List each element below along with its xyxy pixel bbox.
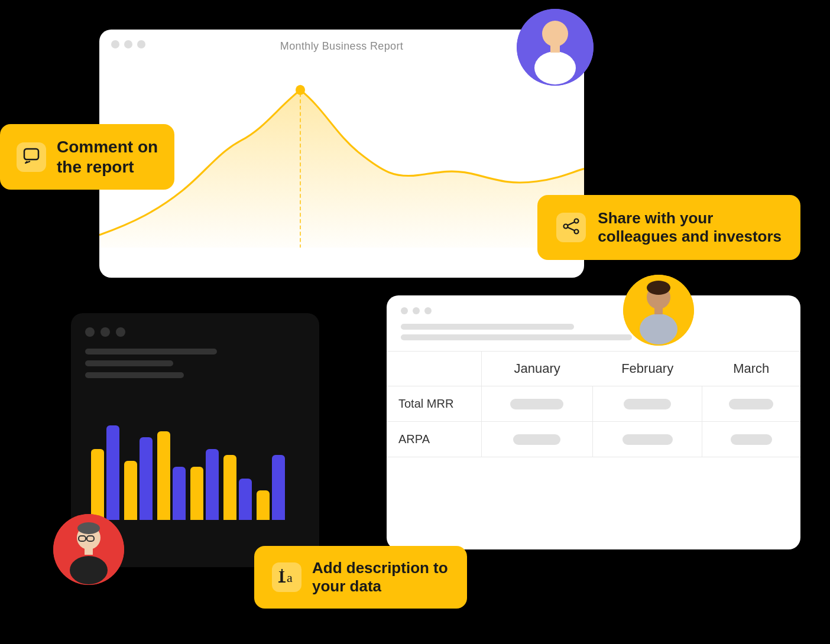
text-icon: I a xyxy=(277,567,296,588)
avatar-top-right xyxy=(517,9,594,86)
svg-point-20 xyxy=(575,230,579,234)
dark-dot-2 xyxy=(100,327,110,337)
bar-blue-3 xyxy=(173,467,186,520)
bar-yellow-6 xyxy=(257,490,270,520)
svg-point-2 xyxy=(534,51,576,84)
col-header-march: March xyxy=(702,352,800,386)
svg-point-14 xyxy=(70,556,108,584)
pill-wrap xyxy=(494,434,581,445)
pill-mrr-feb xyxy=(624,399,671,409)
pill-mrr-mar xyxy=(729,399,773,409)
bar-yellow-5 xyxy=(223,455,236,520)
svg-rect-17 xyxy=(24,149,38,160)
bar-blue-1 xyxy=(106,425,119,520)
bar-blue-4 xyxy=(206,449,219,520)
col-header-empty xyxy=(387,352,481,386)
svg-point-19 xyxy=(564,225,568,229)
table-row-mrr: Total MRR xyxy=(387,386,800,422)
pill-wrap xyxy=(605,434,690,445)
svg-point-6 xyxy=(647,281,670,295)
avatar-person-svg xyxy=(517,9,594,86)
comment-icon-wrap xyxy=(17,142,46,172)
pill-wrap xyxy=(605,399,690,409)
dark-line-2 xyxy=(85,360,173,366)
add-description-tooltip[interactable]: I a Add description toyour data xyxy=(254,546,467,609)
data-table: January February March Total MRR xyxy=(387,351,800,457)
table-card: January February March Total MRR xyxy=(387,295,800,549)
bar-yellow-2 xyxy=(124,461,137,520)
bar-group-4 xyxy=(190,449,219,520)
traffic-dot-1 xyxy=(111,40,119,48)
add-desc-icon-wrap: I a xyxy=(272,562,301,592)
cell-mrr-jan xyxy=(481,386,593,422)
dark-line-1 xyxy=(85,349,217,354)
avatar-man-svg xyxy=(53,514,124,585)
share-icon-wrap xyxy=(556,213,586,242)
table-card-header xyxy=(387,295,800,351)
row-label-arpa: ARPA xyxy=(387,422,481,457)
comment-tooltip[interactable]: Comment onthe report xyxy=(0,124,174,190)
pill-wrap xyxy=(714,399,789,409)
svg-point-16 xyxy=(77,522,100,534)
svg-rect-15 xyxy=(85,548,93,555)
report-card-title: Monthly Business Report xyxy=(99,40,584,53)
pill-arpa-mar xyxy=(731,434,772,445)
col-header-january: January xyxy=(481,352,593,386)
cell-arpa-feb xyxy=(593,422,702,457)
pill-mrr-jan xyxy=(510,399,563,409)
cell-arpa-jan xyxy=(481,422,593,457)
table-header-line-1 xyxy=(401,324,574,330)
bar-group-2 xyxy=(124,437,153,520)
bar-blue-6 xyxy=(272,455,285,520)
share-tooltip[interactable]: Share with yourcolleagues and investors xyxy=(537,195,800,260)
dark-traffic-lights xyxy=(85,327,305,337)
svg-line-21 xyxy=(568,222,575,225)
cell-mrr-feb xyxy=(593,386,702,422)
bar-yellow-4 xyxy=(190,467,203,520)
svg-point-1 xyxy=(542,21,568,47)
traffic-dot-2 xyxy=(124,40,132,48)
svg-rect-3 xyxy=(550,44,560,53)
dark-line-3 xyxy=(85,372,184,378)
chat-icon xyxy=(23,148,40,167)
svg-line-22 xyxy=(568,227,575,230)
avatar-woman-svg xyxy=(623,275,694,346)
svg-point-7 xyxy=(640,314,677,344)
pill-arpa-feb xyxy=(622,434,673,445)
table-dot-2 xyxy=(413,307,420,314)
svg-point-18 xyxy=(575,219,579,223)
table-dot-3 xyxy=(424,307,432,314)
table-traffic-lights xyxy=(401,307,786,314)
table-dot-1 xyxy=(401,307,408,314)
cell-mrr-mar xyxy=(702,386,800,422)
cell-arpa-mar xyxy=(702,422,800,457)
data-table-wrap: January February March Total MRR xyxy=(387,351,800,457)
bar-group-3 xyxy=(157,431,186,520)
bar-yellow-3 xyxy=(157,431,170,520)
pill-wrap xyxy=(714,434,789,445)
bar-chart-visual xyxy=(85,390,305,520)
row-label-mrr: Total MRR xyxy=(387,386,481,422)
avatar-bottom-left xyxy=(53,514,124,585)
bar-group-5 xyxy=(223,455,252,520)
svg-text:a: a xyxy=(287,570,293,585)
pill-arpa-jan xyxy=(513,434,560,445)
add-desc-tooltip-text: Add description toyour data xyxy=(312,559,448,596)
table-row-arpa: ARPA xyxy=(387,422,800,457)
dark-dot-3 xyxy=(116,327,125,337)
bar-group-6 xyxy=(257,455,285,520)
bar-group-1 xyxy=(91,425,119,520)
avatar-mid-right xyxy=(623,275,694,346)
dark-dot-1 xyxy=(85,327,95,337)
share-icon xyxy=(562,217,580,238)
share-tooltip-text: Share with yourcolleagues and investors xyxy=(598,209,782,246)
bar-blue-5 xyxy=(239,479,252,520)
pill-wrap xyxy=(494,399,581,409)
comment-tooltip-text: Comment onthe report xyxy=(57,137,158,177)
bar-blue-2 xyxy=(140,437,153,520)
traffic-dot-3 xyxy=(137,40,145,48)
bar-yellow-1 xyxy=(91,449,104,520)
table-header-line-2 xyxy=(401,334,632,340)
col-header-february: February xyxy=(593,352,702,386)
svg-rect-8 xyxy=(654,307,663,314)
